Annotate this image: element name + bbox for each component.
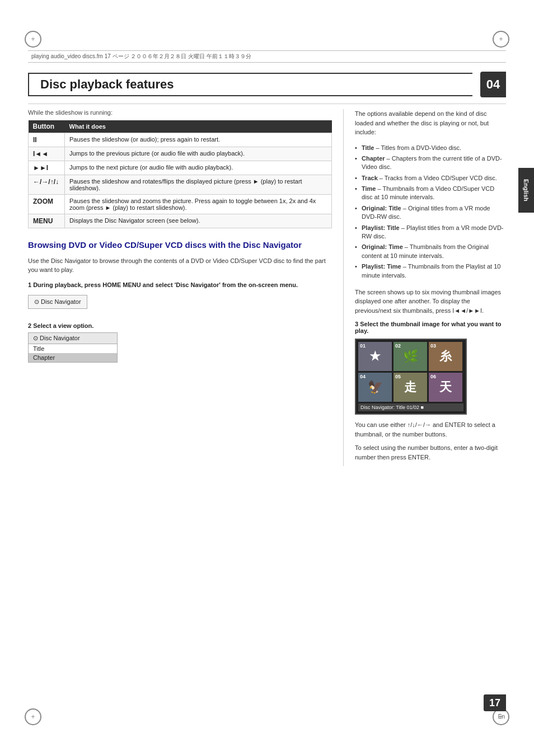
menu-header: ⊙ Disc Navigator [29, 333, 117, 344]
disc-navigator-box: ⊙ Disc Navigator [28, 295, 87, 309]
table-row: ►►IJumps to the next picture (or audio f… [29, 161, 332, 175]
right-column: The options available depend on the kind… [355, 109, 506, 466]
table-row: ←/→/↑/↓Pauses the slideshow and rotates/… [29, 175, 332, 195]
table-row: ZOOMPauses the slideshow and zooms the p… [29, 195, 332, 214]
list-item: Time – Thumbnails from a Video CD/Super … [355, 184, 506, 203]
thumb-cell-6[interactable]: 06 天 [429, 373, 462, 402]
corner-decoration-tr [493, 31, 509, 48]
main-content: While the slideshow is running: Button W… [28, 109, 506, 466]
list-item: Playlist: Time – Thumbnails from the Pla… [355, 261, 506, 281]
disc-nav-label: Disc Navigator [41, 298, 81, 305]
list-item: Playlist: Title – Playlist titles from a… [355, 223, 506, 242]
menu-icon: ⊙ [33, 335, 40, 341]
table-cell-desc: Pauses the slideshow and rotates/flips t… [65, 175, 332, 195]
table-cell-button: MENU [29, 214, 65, 228]
table-cell-desc: Jumps to the previous picture (or audio … [65, 147, 332, 161]
table-cell-desc: Pauses the slideshow and zooms the pictu… [65, 195, 332, 214]
options-list: Title – Titles from a DVD-Video disc.Cha… [355, 143, 506, 281]
nav-instruction-2: To select using the number buttons, ente… [355, 443, 506, 462]
menu-item-chapter[interactable]: Chapter [29, 353, 117, 362]
corner-decoration-tl [25, 31, 41, 48]
page-number-badge: 17 [484, 694, 506, 711]
screen-desc: The screen shows up to six moving thumbn… [355, 288, 506, 316]
thumb-cell-3[interactable]: 03 糸 [429, 342, 462, 371]
table-cell-button: I◄◄ [29, 147, 65, 161]
thumb-footer-text: Disc Navigator: Title [360, 405, 405, 410]
list-item: Chapter – Chapters from the current titl… [355, 153, 506, 173]
header-text: playing audio_video discs.fm 17 ページ ２００６… [31, 53, 251, 60]
table-cell-desc: Pauses the slideshow (or audio); press a… [65, 133, 332, 147]
step2-label: 2 Select a view option. [28, 322, 332, 329]
language-tab: English [518, 168, 534, 213]
thumb-row-2: 04 🦅 05 走 06 天 [358, 373, 463, 402]
left-column: While the slideshow is running: Button W… [28, 109, 332, 466]
table-row: I◄◄Jumps to the previous picture (or aud… [29, 147, 332, 161]
header-bar: playing audio_video discs.fm 17 ページ ２００６… [28, 50, 506, 63]
table-row: IIPauses the slideshow (or audio); press… [29, 133, 332, 147]
browsing-section-heading: Browsing DVD or Video CD/Super VCD discs… [28, 240, 332, 251]
slideshow-label: While the slideshow is running: [28, 109, 332, 116]
table-cell-button: ►►I [29, 161, 65, 175]
table-cell-button: II [29, 133, 65, 147]
table-cell-button: ZOOM [29, 195, 65, 214]
nav-instruction-1: You can use either ↑/↓/←/→ and ENTER to … [355, 420, 506, 439]
menu-item-title[interactable]: Title [29, 344, 117, 353]
thumb-cell-5[interactable]: 05 走 [394, 373, 427, 402]
page-title-box: Disc playback features [28, 73, 472, 96]
button-table: Button What it does IIPauses the slidesh… [28, 120, 332, 228]
disc-nav-menu: ⊙ Disc Navigator Title Chapter [28, 332, 118, 363]
step3-label: 3 Select the thumbnail image for what yo… [355, 321, 506, 334]
table-cell-desc: Displays the Disc Navigator screen (see … [65, 214, 332, 228]
table-cell-desc: Jumps to the next picture (or audio file… [65, 161, 332, 175]
thumb-cell-4[interactable]: 04 🦅 [358, 373, 392, 402]
browsing-section-body: Use the Disc Navigator to browse through… [28, 256, 332, 275]
list-item: Track – Tracks from a Video CD/Super VCD… [355, 173, 506, 184]
menu-header-label: Disc Navigator [40, 335, 80, 341]
page-title: Disc playback features [40, 77, 174, 92]
thumb-footer: Disc Navigator: Title 01/02 ■ [358, 403, 463, 411]
table-row: MENUDisplays the Disc Navigator screen (… [29, 214, 332, 228]
thumbnail-grid: 01 ★ 02 🌿 03 糸 04 🦅 05 [355, 339, 467, 415]
thumb-cell-1[interactable]: 01 ★ [358, 342, 392, 371]
corner-decoration-bl [25, 708, 41, 725]
list-item: Original: Title – Original titles from a… [355, 203, 506, 223]
chapter-badge: 04 [480, 72, 506, 97]
title-divider [28, 104, 506, 104]
options-intro: The options available depend on the kind… [355, 109, 506, 137]
disc-nav-icon: ⊙ [34, 298, 41, 305]
thumb-footer-sub: 01/02 ■ [407, 405, 424, 410]
step1-label: 1 During playback, press HOME MENU and s… [28, 281, 332, 288]
thumb-row-1: 01 ★ 02 🌿 03 糸 [358, 342, 463, 371]
table-cell-button: ←/→/↑/↓ [29, 175, 65, 195]
table-header-action: What it does [65, 120, 332, 133]
table-header-button: Button [29, 120, 65, 133]
list-item: Title – Titles from a DVD-Video disc. [355, 143, 506, 153]
thumb-cell-2[interactable]: 02 🌿 [394, 342, 427, 371]
page-label: En [498, 713, 505, 720]
list-item: Original: Time – Thumbnails from the Ori… [355, 242, 506, 261]
column-divider [343, 109, 344, 466]
